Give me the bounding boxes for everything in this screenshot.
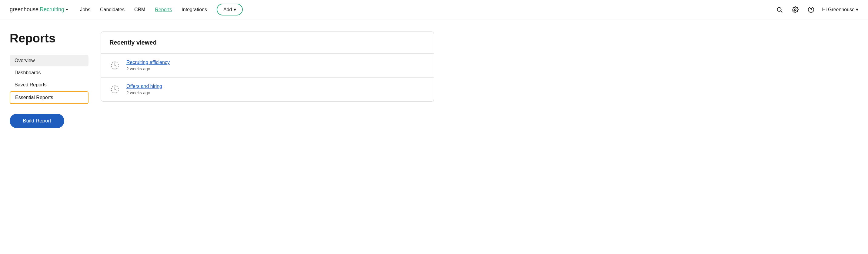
report-name-recruiting-efficiency[interactable]: Recruiting efficiency	[126, 60, 170, 65]
sidebar-item-saved-reports[interactable]: Saved Reports	[10, 79, 89, 91]
brand-chevron-icon: ▾	[66, 7, 68, 12]
svg-point-0	[777, 7, 781, 11]
brand-recruiting-text: Recruiting	[40, 6, 64, 13]
navbar: greenhouse Recruiting ▾ Jobs Candidates …	[0, 0, 868, 20]
svg-line-1	[781, 11, 782, 12]
recently-viewed-card: Recently viewed Recruiting efficiency 2 …	[101, 32, 434, 101]
recently-viewed-heading: Recently viewed	[101, 32, 434, 54]
build-report-button[interactable]: Build Report	[10, 114, 64, 128]
page-title: Reports	[10, 32, 89, 45]
main-container: Reports Overview Dashboards Saved Report…	[0, 20, 485, 138]
nav-crm[interactable]: CRM	[134, 7, 145, 12]
nav-candidates[interactable]: Candidates	[100, 7, 125, 12]
report-item-offers: Offers and hiring 2 weeks ago	[101, 77, 434, 101]
report-item: Recruiting efficiency 2 weeks ago	[101, 54, 434, 77]
settings-button[interactable]	[790, 5, 800, 14]
report-time-offers-hiring: 2 weeks ago	[126, 90, 162, 95]
brand[interactable]: greenhouse Recruiting ▾	[10, 6, 68, 13]
sidebar-item-dashboards[interactable]: Dashboards	[10, 67, 89, 78]
svg-point-2	[795, 9, 797, 10]
report-name-offers-hiring[interactable]: Offers and hiring	[126, 84, 162, 89]
brand-greenhouse-text: greenhouse	[10, 6, 38, 13]
user-chevron-icon: ▾	[856, 7, 858, 12]
report-time-recruiting-efficiency: 2 weeks ago	[126, 66, 170, 71]
search-button[interactable]	[775, 5, 784, 14]
report-info-offers-hiring: Offers and hiring 2 weeks ago	[126, 84, 162, 95]
help-button[interactable]	[806, 5, 816, 14]
nav-integrations[interactable]: Integrations	[182, 7, 207, 12]
report-icon-recruiting-efficiency	[110, 60, 120, 71]
add-button[interactable]: Add ▾	[217, 4, 243, 15]
report-icon-offers-hiring	[110, 84, 120, 95]
sidebar-item-overview[interactable]: Overview	[10, 55, 89, 66]
user-greeting: Hi Greenhouse	[822, 7, 855, 12]
nav-links: Jobs Candidates CRM Reports Integrations…	[80, 4, 765, 15]
user-menu[interactable]: Hi Greenhouse ▾	[822, 7, 858, 12]
nav-reports[interactable]: Reports	[155, 7, 172, 12]
sidebar-nav: Overview Dashboards Saved Reports Essent…	[10, 55, 89, 104]
sidebar: Reports Overview Dashboards Saved Report…	[10, 32, 95, 128]
content-area: Recently viewed Recruiting efficiency 2 …	[95, 32, 475, 128]
sidebar-item-essential-reports[interactable]: Essential Reports	[10, 91, 89, 104]
report-info-recruiting-efficiency: Recruiting efficiency 2 weeks ago	[126, 60, 170, 71]
nav-jobs[interactable]: Jobs	[80, 7, 90, 12]
nav-actions: Hi Greenhouse ▾	[775, 5, 858, 14]
